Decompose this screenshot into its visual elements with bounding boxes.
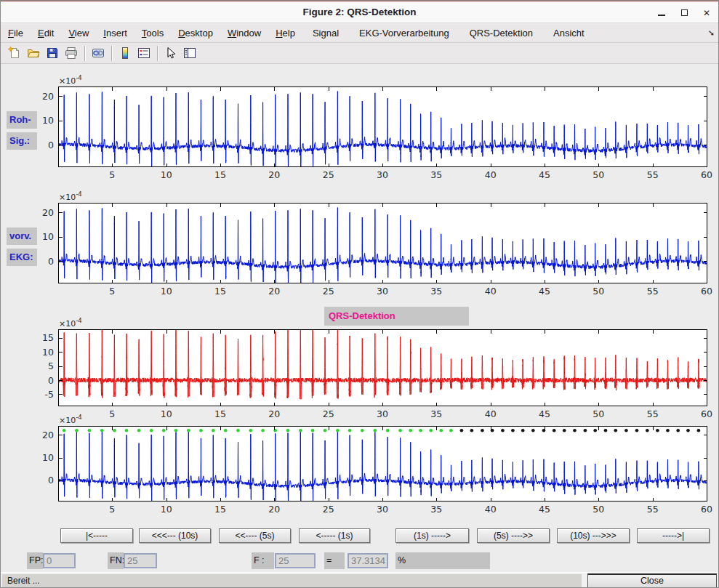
x-tick-label: 15 (214, 286, 226, 297)
missed-beat-marker (511, 429, 515, 432)
x-tick-label: 55 (647, 169, 659, 180)
maximize-button[interactable] (677, 6, 691, 20)
nav-back-1s-button[interactable]: <----- (1s) (299, 528, 370, 543)
fn-input[interactable] (124, 553, 157, 568)
nav-jump-end-button[interactable]: ----->| (637, 528, 710, 543)
detected-beat-marker (63, 429, 66, 432)
x-tick-label: 35 (430, 408, 442, 419)
menu-item-insert[interactable]: Insert (96, 24, 134, 42)
x-tick-label: 10 (161, 169, 172, 180)
x-tick-label: 55 (647, 408, 659, 419)
menu-item-qrs-detektion[interactable]: QRS-Detektion (459, 24, 543, 42)
x-tick-label: 50 (593, 169, 604, 180)
menu-overflow-icon[interactable]: ➘ (708, 24, 715, 42)
x-tick-label: 60 (701, 286, 712, 297)
x-tick-label: 30 (377, 286, 388, 297)
x-tick-label: 5 (109, 286, 115, 297)
menu-item-edit[interactable]: Edit (31, 24, 61, 42)
toolbar-property-editor-button[interactable] (180, 44, 198, 63)
pointer-icon (164, 46, 178, 60)
y-axis-exponent-label: ×10-4 (59, 414, 82, 425)
x-tick-label: 30 (377, 408, 388, 419)
x-tick-label: 35 (430, 169, 442, 180)
detected-beat-marker (361, 429, 364, 432)
open-folder-icon (26, 46, 41, 60)
fp-input[interactable] (43, 553, 76, 568)
menu-item-file[interactable]: File (1, 24, 31, 42)
menu-item-ekg-vorverarbeitung[interactable]: EKG-Vorverarbeitung (349, 24, 459, 42)
missed-beat-marker (697, 429, 701, 432)
nav-forward-5s-button[interactable]: (5s) ---->> (477, 528, 550, 543)
toolbar-new-document-button[interactable] (5, 44, 23, 63)
nav-back-5s-button[interactable]: <<---- (5s) (219, 528, 291, 543)
close-button[interactable]: Close (587, 573, 717, 588)
missed-beat-marker (531, 429, 535, 432)
menu-item-window[interactable]: Window (220, 24, 268, 42)
detected-beat-marker (386, 429, 390, 432)
toolbar-insert-legend-button[interactable] (134, 44, 153, 63)
plot-raw-ecg: 5101520253035404550556001020×10-4 (42, 74, 712, 180)
missed-beat-marker (635, 429, 639, 432)
y-tick-label: 0 (48, 375, 54, 386)
x-tick-label: 20 (268, 504, 280, 515)
y-tick-label: 15 (42, 332, 54, 343)
y-tick-label: -5 (45, 389, 54, 400)
close-button-titlebar[interactable]: ✕ (699, 6, 714, 20)
detected-beat-marker (125, 429, 129, 432)
nav-back-10s-button[interactable]: <<<--- (10s) (139, 528, 211, 543)
plot3-title: QRS-Detektion (324, 307, 469, 326)
close-icon: ✕ (703, 8, 710, 18)
missed-beat-marker (666, 429, 670, 432)
nav-forward-10s-button[interactable]: (10s) --->>> (557, 528, 630, 543)
missed-beat-marker (481, 429, 484, 432)
detected-beat-marker (224, 429, 228, 432)
y-tick-label: 10 (42, 231, 54, 242)
menu-item-help[interactable]: Help (268, 24, 302, 42)
detected-beat-marker (88, 429, 92, 432)
toolbar-pointer-button[interactable] (161, 44, 180, 63)
detected-beat-marker (100, 429, 104, 432)
x-tick-label: 60 (701, 169, 712, 180)
missed-beat-marker (656, 429, 659, 432)
toolbar-link-plot-button[interactable] (89, 44, 107, 63)
detected-beat-marker (199, 429, 203, 432)
missed-beat-marker (686, 429, 690, 432)
f-input[interactable] (275, 553, 316, 568)
property-editor-icon (182, 46, 197, 60)
x-tick-label: 60 (701, 408, 712, 419)
toolbar-save-button[interactable] (43, 44, 61, 63)
x-tick-label: 5 (109, 408, 115, 419)
detected-beat-marker (212, 429, 215, 432)
x-tick-label: 25 (323, 504, 334, 515)
missed-beat-marker (584, 429, 587, 432)
menu-item-desktop[interactable]: Desktop (171, 24, 220, 42)
x-tick-label: 20 (268, 408, 280, 419)
y-tick-label: 0 (48, 475, 54, 486)
equals-label: = (324, 552, 345, 569)
missed-beat-marker (563, 429, 566, 432)
missed-beat-marker (614, 429, 618, 432)
detected-beat-marker (150, 429, 153, 432)
menu-item-tools[interactable]: Tools (134, 24, 171, 42)
colorbar-icon (118, 46, 132, 60)
x-tick-label: 45 (539, 408, 550, 419)
fp-label: FP: (27, 552, 43, 569)
missed-beat-marker (604, 429, 608, 432)
menu-item-ansicht[interactable]: Ansicht (543, 24, 595, 42)
toolbar-open-folder-button[interactable] (24, 44, 42, 63)
toolbar-colorbar-button[interactable] (116, 44, 134, 63)
nav-forward-1s-button[interactable]: (1s) -----> (395, 528, 469, 543)
percent-label: % (395, 552, 490, 569)
y-tick-label: 0 (48, 140, 54, 150)
nav-jump-start-button[interactable]: |<----- (60, 528, 133, 543)
x-tick-label: 35 (430, 504, 442, 515)
result-input[interactable] (348, 553, 388, 568)
missed-beat-marker (624, 429, 628, 432)
menu-item-signal[interactable]: Signal (302, 24, 349, 42)
menu-item-view[interactable]: View (61, 24, 96, 42)
status-message: Bereit ... (2, 574, 582, 587)
minimize-button[interactable] (654, 6, 669, 20)
missed-beat-marker (593, 429, 597, 432)
x-tick-label: 50 (593, 286, 604, 297)
toolbar-print-button[interactable] (62, 44, 80, 63)
